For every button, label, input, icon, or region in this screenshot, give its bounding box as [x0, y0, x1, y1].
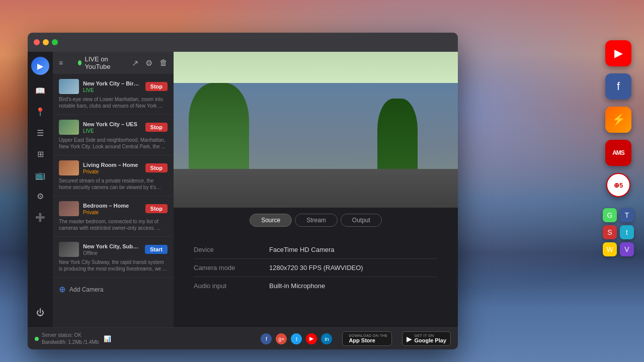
app-window: ▶ 📖 📍 ☰ ⊞ 📺 ⚙ ➕ ⏻ ≡ LIVE on YouTube ↗	[28, 33, 458, 349]
top-bar: ≡ LIVE on YouTube ↗ ⚙ 🗑	[53, 52, 174, 74]
camera-thumbnail	[59, 160, 79, 175]
audio-label: Audio input	[194, 282, 269, 290]
camera-item-nyc-birds-eye[interactable]: New York City – Birds Eye LIVE Stop Bird…	[53, 74, 174, 115]
camera-info: Living Room – Home Private	[83, 162, 141, 174]
status-text: Server status: OK Bandwidth: 1.2Mb /1.4M…	[42, 332, 99, 346]
sidebar-item-sources[interactable]: 📖	[31, 81, 50, 100]
camera-description: The master bedroom, connected to my list…	[59, 218, 168, 231]
social-linkedin[interactable]: in	[321, 333, 332, 344]
sidebar: ▶ 📖 📍 ☰ ⊞ 📺 ⚙ ➕ ⏻	[28, 52, 53, 327]
source-row-audio: Audio input Built-in Microphone	[194, 277, 438, 295]
sidebar-item-power[interactable]: ⏻	[31, 303, 50, 322]
camera-item-bedroom[interactable]: Bedroom – Home Private Stop The master b…	[53, 196, 174, 237]
main-content: ▶ 📖 📍 ☰ ⊞ 📺 ⚙ ➕ ⏻ ≡ LIVE on YouTube ↗	[28, 52, 458, 327]
dock-mini-green[interactable]: G	[603, 208, 617, 222]
source-row-device: Device FaceTime HD Camera	[194, 241, 438, 259]
tab-stream[interactable]: Stream	[295, 214, 338, 227]
app-store-text: Download on the App Store	[349, 334, 387, 343]
source-panel: Device FaceTime HD Camera Camera mode 12…	[174, 233, 458, 327]
close-button[interactable]	[34, 39, 40, 45]
dock-thunder-icon[interactable]: ⚡	[605, 107, 631, 133]
dock-ams-icon[interactable]: AMS	[605, 140, 631, 166]
maximize-button[interactable]	[52, 39, 58, 45]
app-store-badge[interactable]: Download on the App Store	[342, 331, 392, 346]
camera-header: New York City – UES LIVE Stop	[59, 120, 168, 135]
camera-name: Living Room – Home	[83, 162, 141, 168]
camera-thumbnail	[59, 242, 79, 257]
sidebar-item-add[interactable]: ➕	[31, 208, 50, 227]
stop-button-nyc-birds[interactable]: Stop	[145, 82, 168, 91]
social-youtube[interactable]: ▶	[306, 333, 317, 344]
tab-output[interactable]: Output	[341, 214, 382, 227]
audio-value: Built-in Microphone	[269, 282, 325, 290]
camera-item-living-room[interactable]: Living Room – Home Private Stop Secured …	[53, 155, 174, 196]
dock-facebook-icon[interactable]: f	[605, 73, 631, 100]
add-camera-button[interactable]: ⊕ Add Camera	[53, 278, 174, 301]
camera-header: New York City – Birds Eye LIVE Stop	[59, 79, 168, 94]
dock-mini-purple[interactable]: V	[620, 242, 634, 256]
camera-thumbnail	[59, 201, 79, 216]
live-indicator: LIVE on YouTube	[78, 55, 122, 70]
google-play-badge[interactable]: ▶ GET IT ON Google Play	[402, 331, 451, 346]
bandwidth-icon: 📊	[104, 335, 111, 342]
stop-button-bedroom[interactable]: Stop	[145, 204, 168, 213]
sidebar-item-settings[interactable]: ⚙	[31, 187, 50, 206]
sidebar-item-video[interactable]: 📺	[31, 165, 50, 185]
social-facebook[interactable]: f	[261, 333, 272, 344]
dock-mini-blue[interactable]: T	[620, 208, 634, 222]
dock-mini-teal[interactable]: t	[620, 225, 634, 239]
server-status: Server status: OK Bandwidth: 1.2Mb /1.4M…	[35, 332, 111, 346]
dock-youtube-icon[interactable]: ▶	[605, 40, 631, 66]
dock-s5-icon[interactable]: ⊕5	[606, 173, 630, 197]
camera-header: Living Room – Home Private Stop	[59, 160, 168, 175]
device-label: Device	[194, 246, 269, 253]
sidebar-item-grid[interactable]: ⊞	[31, 144, 50, 163]
camera-name: New York City – Birds Eye	[83, 80, 141, 86]
sidebar-item-list[interactable]: ☰	[31, 123, 50, 142]
stop-button-nyc-ues[interactable]: Stop	[145, 123, 168, 132]
share-icon[interactable]: ↗	[132, 58, 138, 68]
add-camera-icon: ⊕	[59, 285, 65, 294]
settings-icon[interactable]: ⚙	[145, 58, 152, 68]
tab-source[interactable]: Source	[250, 214, 292, 227]
camera-name: Bedroom – Home	[83, 203, 141, 209]
camera-item-nyc-ues[interactable]: New York City – UES LIVE Stop Upper East…	[53, 115, 174, 155]
camera-header: New York City, Subway Offline Start	[59, 242, 168, 257]
camera-item-nyc-subway[interactable]: New York City, Subway Offline Start New …	[53, 237, 174, 278]
street	[174, 169, 458, 208]
social-twitter[interactable]: t	[291, 333, 302, 344]
sidebar-logo[interactable]: ▶	[31, 57, 49, 75]
google-play-text: GET IT ON Google Play	[414, 334, 446, 343]
server-status-text: Server status: OK	[42, 332, 99, 339]
camera-mode-value: 644x362 30 FPS (RAWVIDEO)	[269, 264, 363, 272]
dock-mini-cluster: G T S t W V	[603, 208, 634, 256]
right-panel: Source Stream Output Device FaceTime HD …	[174, 52, 458, 327]
traffic-lights	[34, 39, 58, 45]
menu-icon[interactable]: ≡	[59, 59, 63, 67]
delete-icon[interactable]: 🗑	[159, 58, 168, 67]
live-dot	[78, 60, 82, 65]
camera-status: LIVE	[83, 87, 141, 93]
bandwidth-text: Bandwidth: 1.2Mb /1.4Mb	[42, 339, 99, 346]
footer: Server status: OK Bandwidth: 1.2Mb /1.4M…	[28, 327, 458, 349]
start-button-subway[interactable]: Start	[145, 245, 168, 254]
camera-header: Bedroom – Home Private Stop	[59, 201, 168, 216]
camera-name: New York City – UES	[83, 121, 141, 127]
source-row-camera-mode: Camera mode 644x362 30 FPS (RAWVIDEO)	[194, 259, 438, 277]
stop-button-living[interactable]: Stop	[145, 163, 168, 172]
add-camera-label: Add Camera	[69, 286, 103, 293]
camera-mode-label: Camera mode	[194, 264, 269, 272]
social-googleplus[interactable]: g+	[276, 333, 287, 344]
camera-name: New York City, Subway	[83, 243, 141, 249]
minimize-button[interactable]	[43, 39, 49, 45]
sidebar-item-location[interactable]: 📍	[31, 102, 50, 121]
app-store-name: App Store	[349, 337, 387, 343]
camera-status: LIVE	[83, 128, 141, 134]
device-value: FaceTime HD Camera	[269, 246, 335, 253]
camera-thumbnail	[59, 120, 79, 135]
video-preview	[174, 52, 458, 208]
dock-mini-red[interactable]: S	[603, 225, 617, 239]
camera-thumbnail	[59, 79, 79, 94]
dock-mini-yellow[interactable]: W	[603, 242, 617, 256]
camera-status: Private	[83, 210, 141, 215]
